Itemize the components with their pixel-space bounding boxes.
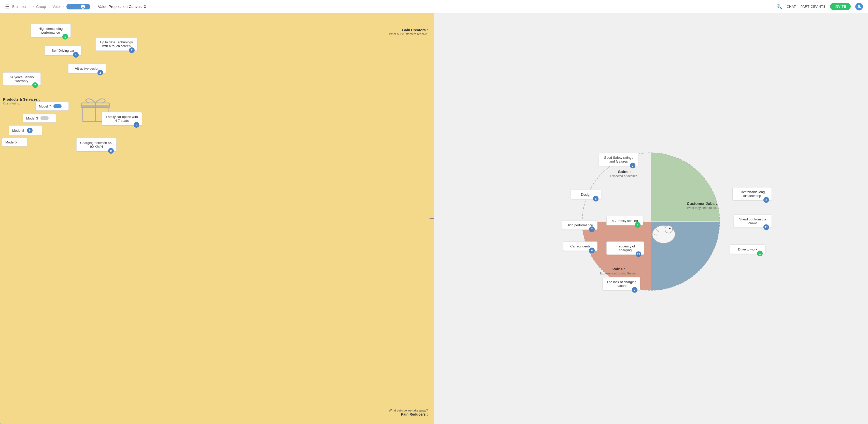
toggle-model-3[interactable]: Model 3 [23,114,56,122]
card-attractive-design-vote: 2 [97,70,103,76]
toggle-model-y-switch[interactable] [54,104,62,108]
toggle-model-s-vote: 9 [27,128,33,133]
pains-label: Pains : Experienced during the job. [600,267,637,275]
card-comfortable-trip[interactable]: Comfortable long distance trip 8 [732,187,772,201]
card-high-performance[interactable]: High performance 2 [562,220,597,230]
results-chevron: ▾ [86,5,88,8]
avatar[interactable]: JL [855,3,863,10]
card-battery-warranty-text: 6+ years Battery warranty [10,75,34,83]
toggle-model-x-label: Model X [5,140,18,144]
card-good-safety-vote: 2 [630,163,636,168]
card-family-car[interactable]: Family car option with 4-7 seats 6 [102,112,142,125]
card-attractive-design[interactable]: Attractive design 2 [68,64,106,73]
toggle-model-y-label: Model Y [39,105,51,108]
settings-icon[interactable]: ⚙ [143,4,147,9]
circle-svg [577,148,725,295]
card-battery-warranty[interactable]: 6+ years Battery warranty 2 [3,73,41,86]
card-battery-warranty-vote: 2 [32,82,38,88]
card-frequency-charging-text: Frequency of charging [616,244,635,252]
card-family-car-text: Family car option with 4-7 seats [106,115,138,122]
toggle-model-s[interactable]: Model S 9 [9,125,42,136]
card-family-car-vote: 6 [133,122,139,128]
search-icon[interactable]: 🔍 [776,4,782,9]
results-count: 1 [81,5,85,9]
header-right: 🔍 CHAT PARTICIPANTS INVITE JL [776,3,863,10]
card-family-seating-vote: 1 [635,222,641,228]
card-attractive-design-text: Attractive design [75,66,99,70]
card-good-safety-text: Good Safety ratings and features [604,156,633,163]
card-car-accidents[interactable]: Car accidents 6 [563,242,597,251]
vp-bg-green [0,13,434,424]
card-self-driving[interactable]: Self-Driving car 4 [44,46,82,55]
card-stand-out-text: Stand out from the crowd [739,217,767,225]
card-lack-charging-text: The lack of charging stations [607,280,637,288]
chat-button[interactable]: CHAT [786,5,796,8]
card-drive-to-work-text: Drive to work [738,248,757,251]
breadcrumb: Brainstorm → Group → Vote → Results 1 ▾ [12,4,90,9]
results-label: Results [69,5,80,8]
card-design-vote: 6 [593,196,598,202]
breadcrumb-arrow2: → [48,5,51,9]
canvas-area: Gain Creators : What our customers recei… [0,13,868,424]
toggle-model-s-label: Model S [12,129,24,133]
card-self-driving-vote: 4 [73,52,79,58]
vp-side: Gain Creators : What our customers recei… [0,13,434,424]
gain-creators-label: Gain Creators : What our customers recei… [389,28,428,36]
card-car-accidents-text: Car accidents [570,244,590,248]
card-family-seating[interactable]: 4-7 family seating 1 [607,216,643,226]
card-design-text: Design [581,193,591,196]
card-stand-out[interactable]: Stand out from the crowd 11 [734,215,772,228]
breadcrumb-vote[interactable]: Vote [53,5,60,9]
customer-side: Gains : Expected or desired. Pains : Exp… [434,13,868,424]
svg-point-9 [665,226,673,233]
toggle-model-y[interactable]: Model Y [36,102,69,111]
results-badge[interactable]: Results 1 ▾ [66,4,90,9]
card-comfortable-trip-text: Comfortable long distance trip [740,190,765,198]
breadcrumb-arrow3: → [61,5,65,9]
card-high-demanding[interactable]: High demanding performance 1 [31,24,71,37]
card-good-safety[interactable]: Good Safety ratings and features 2 [599,153,638,166]
card-frequency-charging[interactable]: Frequency of charging 23 [607,242,644,255]
card-drive-to-work[interactable]: Drive to work 1 [730,245,766,254]
card-up-to-date[interactable]: Up to date Technology with a touch scree… [95,37,137,51]
card-up-to-date-text: Up to date Technology with a touch scree… [100,40,133,48]
card-lack-charging[interactable]: The lack of charging stations 7 [602,277,640,290]
card-high-demanding-text: High demanding performance [39,27,63,34]
breadcrumb-arrow1: → [31,5,35,9]
card-self-driving-text: Self-Driving car [52,49,74,53]
card-car-accidents-vote: 6 [589,248,595,253]
invite-button[interactable]: INVITE [830,3,851,10]
card-charging[interactable]: Charging between 45-90 KM/H 9 [76,138,117,151]
canvas-title: Value Proposition Canvas ⚙ [98,4,147,9]
card-high-demanding-vote: 1 [62,34,68,39]
card-design[interactable]: Design 6 [571,190,601,199]
toggle-model-3-switch[interactable] [40,116,49,120]
card-family-seating-text: 4-7 family seating [612,219,638,223]
participants-button[interactable]: PARTICIPANTS [801,5,826,8]
header: ☰ Brainstorm → Group → Vote → Results 1 … [0,0,868,13]
circle-container: Gains : Expected or desired. Pains : Exp… [577,148,725,295]
svg-point-10 [669,228,671,229]
card-high-performance-text: High performance [567,223,593,227]
header-left: ☰ Brainstorm → Group → Vote → Results 1 … [5,4,776,10]
card-up-to-date-vote: 2 [129,48,135,53]
breadcrumb-brainstorm[interactable]: Brainstorm [12,5,30,9]
toggle-model-x[interactable]: Model X [2,138,28,146]
card-charging-text: Charging between 45-90 KM/H [80,141,113,148]
ps-label: Products & Services : Our offering. [3,97,40,105]
card-comfortable-trip-vote: 8 [764,197,769,203]
card-high-performance-vote: 2 [589,227,595,232]
breadcrumb-group[interactable]: Group [36,5,46,9]
card-stand-out-vote: 11 [764,225,769,230]
canvas-title-text: Value Proposition Canvas [98,4,142,9]
gains-label: Gains : Expected or desired. [610,169,638,178]
card-charging-vote: 9 [108,148,114,154]
toggle-model-3-label: Model 3 [26,116,38,120]
card-frequency-charging-vote: 23 [636,252,641,257]
arrow-connector [430,217,434,220]
pain-reducers-label: What pain do we take away? Pain Reducers… [389,408,428,416]
menu-icon[interactable]: ☰ [5,4,10,10]
card-lack-charging-vote: 7 [632,287,638,293]
jobs-label: Customer Jobs : What they need to do. [681,201,722,210]
card-drive-to-work-vote: 1 [757,251,763,256]
